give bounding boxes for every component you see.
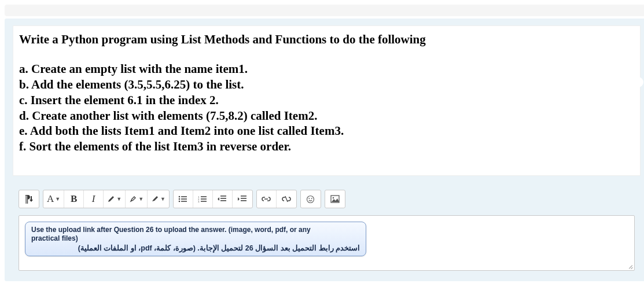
svg-rect-5: [181, 201, 187, 202]
svg-rect-12: [220, 196, 226, 197]
caret-down-icon: ▼: [55, 196, 60, 202]
svg-rect-11: [201, 201, 207, 202]
paragraph-direction-button[interactable]: ¶: [19, 190, 39, 208]
unordered-list-button[interactable]: [174, 190, 193, 208]
svg-point-4: [179, 201, 181, 202]
caret-down-icon: ▼: [160, 196, 165, 202]
svg-rect-7: [201, 196, 207, 197]
smile-icon: [306, 195, 315, 204]
svg-point-23: [333, 197, 334, 199]
notice-english: Use the upload link after Question 26 to…: [31, 226, 360, 242]
clear-format-dropdown[interactable]: ▼: [148, 190, 169, 208]
ul-icon: [178, 195, 187, 203]
svg-text:3: 3: [198, 200, 200, 203]
svg-point-0: [179, 196, 181, 198]
card-spacer: [5, 5, 644, 16]
image-icon: [330, 195, 340, 203]
question-title: Write a Python program using List Method…: [19, 32, 634, 47]
caret-down-icon: ▼: [116, 196, 122, 202]
bold-button[interactable]: B: [64, 190, 84, 208]
svg-rect-16: [241, 198, 246, 199]
ordered-list-button[interactable]: 1 2 3: [193, 190, 213, 208]
font-family-dropdown[interactable]: A ▼: [43, 190, 64, 208]
indent-button[interactable]: [233, 190, 252, 208]
question-item-e: e. Add both the lists Item1 and Item2 in…: [19, 123, 634, 139]
image-button[interactable]: [325, 190, 345, 208]
svg-rect-17: [241, 200, 246, 201]
question-card: Write a Python program using List Method…: [5, 19, 644, 281]
link-icon: [262, 195, 271, 203]
outdent-icon: [218, 195, 227, 203]
pencil-icon: [107, 195, 115, 203]
outdent-button[interactable]: [213, 190, 233, 208]
italic-button[interactable]: I: [84, 190, 104, 208]
svg-point-20: [309, 198, 310, 199]
question-item-d: d. Create another list with elements (7.…: [19, 108, 634, 124]
ol-icon: 1 2 3: [198, 195, 207, 203]
svg-point-19: [307, 196, 314, 202]
svg-rect-1: [181, 196, 187, 197]
svg-rect-14: [220, 200, 226, 201]
indent-icon: [238, 195, 247, 203]
highlighter-icon: [129, 195, 137, 203]
question-item-b: b. Add the elements (3.5,5.5,6.25) to th…: [19, 77, 634, 93]
annotation-highlight: [580, 77, 643, 87]
question-list: a. Create an empty list with the name it…: [19, 61, 634, 154]
question-item-f: f. Sort the elements of the list Item3 i…: [19, 139, 634, 154]
question-prompt: Write a Python program using List Method…: [13, 25, 641, 176]
svg-point-21: [311, 198, 312, 199]
answer-textarea[interactable]: Use the upload link after Question 26 to…: [19, 215, 635, 271]
caret-down-icon: ▼: [138, 196, 143, 202]
emoji-button[interactable]: [301, 190, 321, 208]
paragraph-icon: ¶: [25, 193, 31, 205]
svg-rect-13: [220, 198, 226, 199]
highlight-color-dropdown[interactable]: ▼: [126, 190, 148, 208]
svg-rect-3: [181, 198, 187, 200]
question-item-a: a. Create an empty list with the name it…: [19, 61, 634, 77]
upload-notice: Use the upload link after Question 26 to…: [25, 222, 366, 256]
unlink-icon: [282, 195, 291, 203]
eraser-icon: [151, 195, 159, 203]
svg-rect-9: [201, 198, 207, 200]
svg-line-18: [285, 196, 288, 202]
editor-toolbar: ¶ A ▼ B I ▼: [13, 186, 641, 212]
text-color-dropdown[interactable]: ▼: [104, 190, 126, 208]
resize-handle[interactable]: [626, 262, 633, 269]
question-item-c: c. Insert the element 6.1 in the index 2…: [19, 93, 634, 108]
font-label: A: [47, 193, 54, 205]
svg-rect-15: [241, 196, 246, 197]
notice-arabic: استخدم رابط التحميل بعد السؤال 26 لتحميل…: [31, 244, 360, 252]
svg-point-2: [179, 198, 181, 200]
link-button[interactable]: [257, 190, 277, 208]
unlink-button[interactable]: [277, 190, 296, 208]
